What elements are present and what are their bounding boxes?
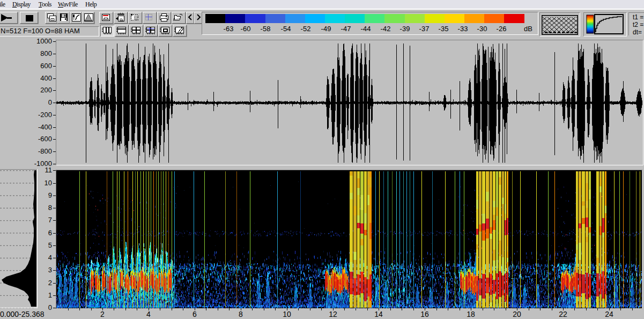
svg-text:S: S xyxy=(150,16,152,21)
